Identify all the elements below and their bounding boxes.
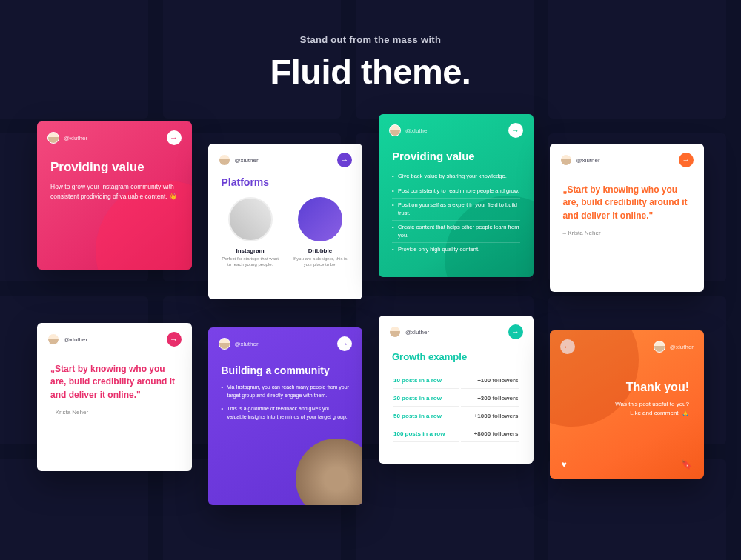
list-item: Via Instagram, you can reach many people… bbox=[222, 384, 350, 399]
community-list: Via Instagram, you can reach many people… bbox=[222, 384, 350, 421]
value-list: Give back value by sharing your knowledg… bbox=[392, 170, 520, 257]
arrow-right-icon[interactable]: → bbox=[167, 332, 182, 347]
handle: @xluther bbox=[235, 341, 259, 347]
card-quote-pink[interactable]: @xluther → „Start by knowing who you are… bbox=[37, 323, 192, 471]
card-title: Platforms bbox=[222, 176, 350, 188]
arrow-right-icon[interactable]: → bbox=[679, 153, 694, 167]
card-providing-value-pink[interactable]: @xluther → Providing value How to grow y… bbox=[37, 121, 192, 270]
quote-text: „Start by knowing who you are, build cre… bbox=[50, 363, 179, 401]
card-building-community[interactable]: @xluther → Building a community Via Inst… bbox=[208, 327, 363, 505]
arrow-right-icon[interactable]: → bbox=[167, 130, 182, 145]
list-item: This is a goldmine of feedback and gives… bbox=[222, 405, 350, 421]
card-platforms[interactable]: @xluther → Platforms Instagram Perfect f… bbox=[208, 144, 363, 299]
card-title: Providing value bbox=[392, 150, 520, 162]
avatar bbox=[654, 341, 665, 353]
list-item: Create content that helps other people l… bbox=[392, 221, 520, 243]
card-title: Providing value bbox=[50, 160, 179, 175]
platform-instagram: Instagram Perfect for startups that want… bbox=[222, 197, 279, 268]
dribbble-icon bbox=[298, 197, 342, 241]
card-body: How to grow your instagram community wit… bbox=[50, 182, 179, 201]
handle: @xluther bbox=[405, 127, 429, 134]
handle: @xluther bbox=[64, 336, 87, 343]
list-item: Position yourself as a expert in your fi… bbox=[392, 199, 520, 221]
hero-title: Fluid theme. bbox=[0, 51, 741, 92]
avatar bbox=[47, 333, 59, 345]
handle: @xluther bbox=[235, 157, 259, 164]
avatar bbox=[219, 338, 230, 350]
card-growth-example[interactable]: @xluther → Growth example 10 posts in a … bbox=[379, 316, 534, 464]
avatar bbox=[219, 154, 230, 166]
list-item: Post consistently to reach more people a… bbox=[392, 184, 520, 199]
list-item: Give back value by sharing your knowledg… bbox=[392, 170, 520, 184]
hero-header: Stand out from the mass with Fluid theme… bbox=[0, 0, 741, 92]
handle: @xluther bbox=[670, 344, 694, 350]
arrow-right-icon[interactable]: → bbox=[337, 336, 352, 351]
card-title: Growth example bbox=[392, 351, 520, 362]
handle: @xluther bbox=[64, 135, 87, 141]
card-title: Thank you! bbox=[565, 381, 690, 394]
table-row: 10 posts in a row+100 followers bbox=[393, 373, 519, 389]
arrow-right-icon[interactable]: → bbox=[337, 153, 352, 167]
card-grid: @xluther → Providing value How to grow y… bbox=[37, 121, 704, 505]
crowd-image bbox=[296, 439, 362, 505]
quote-text: „Start by knowing who you are, build cre… bbox=[563, 184, 691, 222]
avatar bbox=[389, 124, 401, 136]
card-title: Building a community bbox=[222, 364, 350, 376]
instagram-icon bbox=[228, 197, 273, 241]
table-row: 20 posts in a row+300 followers bbox=[393, 390, 519, 407]
card-body-1: Was this post useful to you? bbox=[565, 400, 690, 409]
avatar bbox=[560, 154, 572, 166]
hero-subtitle: Stand out from the mass with bbox=[0, 34, 741, 45]
quote-author: – Krista Neher bbox=[563, 230, 691, 236]
growth-table: 10 posts in a row+100 followers 20 posts… bbox=[392, 371, 520, 444]
heart-icon[interactable]: ♥ bbox=[562, 459, 567, 470]
list-item: Provide only high quality content. bbox=[392, 243, 520, 257]
table-row: 50 posts in a row+1000 followers bbox=[393, 408, 519, 424]
card-providing-value-green[interactable]: @xluther → Providing value Give back val… bbox=[379, 114, 534, 277]
card-body-2: Like and comment! 🙏 bbox=[565, 409, 690, 418]
card-thank-you[interactable]: @xluther ← Thank you! Was this post usef… bbox=[550, 330, 705, 479]
platform-dribbble: Dribbble If you are a designer, this is … bbox=[291, 197, 349, 268]
avatar bbox=[47, 132, 59, 144]
table-row: 100 posts in a row+8000 followers bbox=[393, 426, 519, 442]
arrow-right-icon[interactable]: → bbox=[508, 123, 523, 138]
handle: @xluther bbox=[576, 157, 600, 164]
arrow-right-icon[interactable]: → bbox=[508, 324, 523, 339]
quote-author: – Krista Neher bbox=[50, 409, 179, 416]
handle: @xluther bbox=[405, 329, 429, 336]
arrow-left-icon[interactable]: ← bbox=[560, 339, 575, 354]
avatar bbox=[389, 326, 401, 338]
card-quote-orange[interactable]: @xluther → „Start by knowing who you are… bbox=[550, 144, 705, 292]
bookmark-icon[interactable]: 🔖 bbox=[681, 459, 692, 470]
